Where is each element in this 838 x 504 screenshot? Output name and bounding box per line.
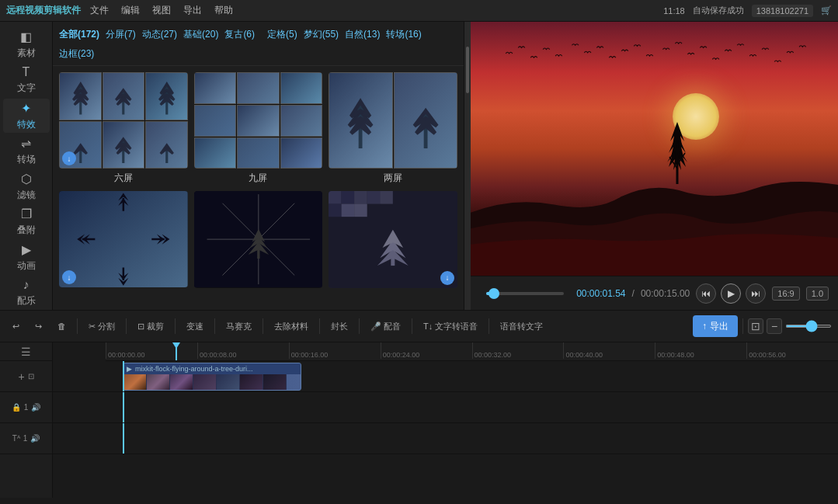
play-btn[interactable]: ▶ <box>721 283 741 304</box>
menu-edit[interactable]: 编辑 <box>121 4 140 17</box>
grid-item-blur[interactable]: ↓ <box>329 191 457 290</box>
zoom-fit-btn[interactable]: ⊡ <box>748 318 763 334</box>
ruler-playhead[interactable] <box>176 342 177 360</box>
tab-transition[interactable]: 转场(16) <box>386 26 421 43</box>
audio1-icon: 🔒 <box>12 403 21 412</box>
sidebar-item-transition[interactable]: ⇌ 转场 <box>3 134 50 169</box>
panel-scrollbar[interactable] <box>464 22 471 310</box>
prev-frame-btn[interactable]: ⏮ <box>696 283 716 304</box>
timeline-menu-icon[interactable]: ☰ <box>21 346 31 358</box>
clip-thumb-6 <box>240 374 263 391</box>
timeline-thumb[interactable] <box>489 288 499 299</box>
tracks-inner: ▶ mixkit-flock-flying-around-a-tree-duri… <box>53 361 838 454</box>
svg-rect-31 <box>342 204 355 217</box>
timeline-ruler: 00:00:00.00 00:00:08.00 00:00:16.00 00:0… <box>106 342 838 361</box>
undo-btn[interactable]: ↩ <box>6 315 26 337</box>
app-logo: 远程视频剪辑软件 <box>6 4 81 17</box>
preview-controls: 00:00:01.54 / 00:00:15.00 ⏮ ▶ ⏭ 16:9 1.0 <box>471 276 838 310</box>
sidebar-item-effects[interactable]: ✦ 特效 <box>3 99 50 133</box>
grid-item-radial[interactable] <box>194 191 323 290</box>
crop-icon: ⊡ <box>137 322 144 332</box>
tab-retro[interactable]: 复古(6) <box>224 26 255 43</box>
grid-thumb-blur: ↓ <box>329 191 457 287</box>
user-id: 13818102271 <box>752 5 813 17</box>
top-bar-menu: 文件 编辑 视图 导出 帮助 <box>90 4 233 17</box>
extend-btn[interactable]: 封长 <box>325 315 354 337</box>
timeline-tracks[interactable]: ▶ mixkit-flock-flying-around-a-tree-duri… <box>53 361 838 498</box>
tab-splitscreen[interactable]: 分屏(7) <box>106 26 136 43</box>
grid-item-jiupan[interactable]: 九屏 <box>194 72 323 185</box>
track-row-video: ▶ mixkit-flock-flying-around-a-tree-duri… <box>53 361 838 392</box>
crop-label: 裁剪 <box>147 321 164 332</box>
extend-label: 封长 <box>331 321 348 332</box>
effects-icon: ✦ <box>21 101 31 116</box>
menu-view[interactable]: 视图 <box>152 4 171 17</box>
sidebar-label-material: 素材 <box>17 47 36 60</box>
tts-btn[interactable]: T↓ 文字转语音 <box>417 315 484 337</box>
grid-item-liupan[interactable]: ↓ 六屏 <box>59 72 188 185</box>
tree-silhouette <box>666 114 689 184</box>
audio1-num: 1 <box>24 403 29 412</box>
sidebar-item-sticker[interactable]: ❐ 叠附 <box>3 205 50 239</box>
redo-btn[interactable]: ↪ <box>29 315 48 337</box>
tab-basic[interactable]: 基础(20) <box>183 26 218 43</box>
cart-icon[interactable]: 🛒 <box>821 5 832 16</box>
sidebar-item-text[interactable]: T 文字 <box>3 64 50 98</box>
ruler-mark-2: 00:00:16.00 <box>289 342 381 359</box>
stt-btn[interactable]: 语音转文字 <box>494 315 549 337</box>
zoom-out-btn[interactable]: − <box>767 318 782 334</box>
tab-freeze[interactable]: 定格(5) <box>267 26 297 43</box>
tab-fantasy[interactable]: 梦幻(55) <box>304 26 339 43</box>
grid-thumb-4: ↓ <box>59 191 188 287</box>
voice-btn[interactable]: 🎤 配音 <box>364 315 407 337</box>
removebg-btn[interactable]: 去除材料 <box>268 315 315 337</box>
tts-label: 文字转语音 <box>435 321 478 332</box>
menu-export[interactable]: 导出 <box>183 4 202 17</box>
clip-thumb-2 <box>147 374 170 391</box>
grid-item-liangpan[interactable]: 两屏 <box>329 72 457 185</box>
audio2-num: 1 <box>23 434 28 443</box>
sidebar-item-material[interactable]: ◧ 素材 <box>3 28 50 62</box>
sep5 <box>263 318 263 334</box>
svg-rect-25 <box>329 191 342 204</box>
grid-thumb-liupan: ↓ <box>59 72 188 169</box>
menu-help[interactable]: 帮助 <box>214 4 233 17</box>
transition-icon: ⇌ <box>21 136 31 151</box>
sidebar-item-filter[interactable]: ⬡ 滤镜 <box>3 170 50 204</box>
delete-btn[interactable]: 🗑 <box>51 315 72 337</box>
control-buttons: ⏮ ▶ ⏭ <box>696 283 766 304</box>
preview-timeline-bar[interactable] <box>486 292 564 295</box>
sidebar-item-animation[interactable]: ▶ 动画 <box>3 241 50 275</box>
svg-rect-30 <box>329 204 342 217</box>
tab-dynamic[interactable]: 动态(27) <box>142 26 177 43</box>
grid-item-4[interactable]: ↓ <box>59 191 188 290</box>
tab-nature[interactable]: 自然(13) <box>345 26 380 43</box>
label-liangpan: 两屏 <box>384 172 402 185</box>
mask-btn[interactable]: 马赛克 <box>220 315 258 337</box>
next-frame-btn[interactable]: ⏭ <box>746 283 766 304</box>
sidebar-label-effects: 特效 <box>17 118 36 131</box>
preview-area: 00:00:01.54 / 00:00:15.00 ⏮ ▶ ⏭ 16:9 1.0 <box>471 22 838 310</box>
tab-all[interactable]: 全部(172) <box>59 26 99 43</box>
timeline-section: ☰ 00:00:00.00 00:00:08.00 00:00:16.00 00… <box>0 342 838 498</box>
download-badge-blur[interactable]: ↓ <box>440 271 454 285</box>
menu-file[interactable]: 文件 <box>90 4 109 17</box>
zoom-badge[interactable]: 1.0 <box>806 287 829 301</box>
aspect-ratio-badge[interactable]: 16:9 <box>772 287 799 301</box>
split-btn[interactable]: ✂ 分割 <box>82 315 121 337</box>
speed-label: 变速 <box>186 321 203 332</box>
speed-btn[interactable]: 变速 <box>180 315 210 337</box>
add-track-icon[interactable]: + <box>18 370 24 383</box>
sidebar-item-music[interactable]: ♪ 配乐 <box>3 276 50 310</box>
zoom-slider[interactable] <box>785 325 832 328</box>
ruler-marks: 00:00:00.00 00:00:08.00 00:00:16.00 00:0… <box>106 342 838 360</box>
tab-border[interactable]: 边框(23) <box>59 46 94 62</box>
label-liupan: 六屏 <box>114 172 133 185</box>
export-icon: ↑ <box>702 321 707 332</box>
crop-btn[interactable]: ⊡ 裁剪 <box>131 315 170 337</box>
clip-thumbnails <box>123 374 301 391</box>
ruler-mark-3: 00:00:24.00 <box>381 342 472 359</box>
export-btn[interactable]: ↑ 导出 <box>693 315 738 337</box>
mask-label: 马赛克 <box>226 321 252 332</box>
video-clip[interactable]: ▶ mixkit-flock-flying-around-a-tree-duri… <box>123 363 301 391</box>
